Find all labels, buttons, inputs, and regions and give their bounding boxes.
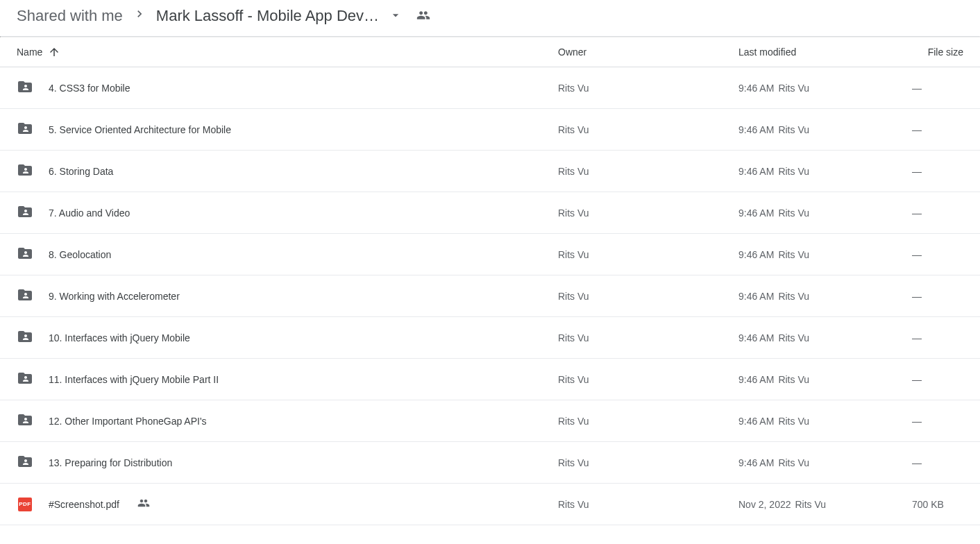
modified-by: Rits Vu xyxy=(778,83,809,94)
name-cell: 11. Interfaces with jQuery Mobile Part I… xyxy=(17,370,558,389)
sort-ascending-icon xyxy=(48,46,60,58)
modified-time: 9:46 AM xyxy=(738,332,774,343)
size-cell: — xyxy=(912,291,963,302)
owner-cell: Rits Vu xyxy=(558,249,738,260)
breadcrumb-root[interactable]: Shared with me xyxy=(17,7,123,25)
file-row[interactable]: 5. Service Oriented Architecture for Mob… xyxy=(0,109,980,151)
modified-cell: 9:46 AMRits Vu xyxy=(738,332,912,343)
name-cell: 9. Working with Accelerometer xyxy=(17,287,558,305)
modified-by: Rits Vu xyxy=(778,416,809,427)
modified-time: 9:46 AM xyxy=(738,124,774,135)
name-cell: 13. Preparing for Distribution xyxy=(17,453,558,472)
modified-time: 9:46 AM xyxy=(738,249,774,260)
file-name: 10. Interfaces with jQuery Mobile xyxy=(49,332,190,343)
file-row[interactable]: 7. Audio and VideoRits Vu9:46 AMRits Vu— xyxy=(0,192,980,234)
owner-cell: Rits Vu xyxy=(558,83,738,94)
modified-cell: 9:46 AMRits Vu xyxy=(738,207,912,219)
shared-folder-icon xyxy=(17,411,33,430)
column-header-modified[interactable]: Last modified xyxy=(738,46,912,58)
modified-time: 9:46 AM xyxy=(738,374,774,385)
name-cell: 6. Storing Data xyxy=(17,162,558,180)
column-header-name-label: Name xyxy=(17,46,42,58)
owner-cell: Rits Vu xyxy=(558,416,738,427)
file-name: 7. Audio and Video xyxy=(49,207,130,219)
size-cell: — xyxy=(912,207,963,219)
file-name: 9. Working with Accelerometer xyxy=(49,291,180,302)
size-cell: — xyxy=(912,249,963,260)
modified-cell: 9:46 AMRits Vu xyxy=(738,457,912,468)
modified-time: 9:46 AM xyxy=(738,166,774,177)
modified-by: Rits Vu xyxy=(795,499,827,510)
shared-folder-icon xyxy=(17,120,33,139)
size-cell: — xyxy=(912,166,963,177)
column-header-size[interactable]: File size xyxy=(912,46,963,58)
file-name: 4. CSS3 for Mobile xyxy=(49,83,130,94)
file-row[interactable]: 13. Preparing for DistributionRits Vu9:4… xyxy=(0,442,980,484)
size-cell: — xyxy=(912,374,963,385)
owner-cell: Rits Vu xyxy=(558,207,738,219)
name-cell: 8. Geolocation xyxy=(17,245,558,264)
size-cell: — xyxy=(912,457,963,468)
owner-cell: Rits Vu xyxy=(558,374,738,385)
file-row[interactable]: 12. Other Important PhoneGap API'sRits V… xyxy=(0,400,980,442)
owner-cell: Rits Vu xyxy=(558,166,738,177)
shared-folder-icon xyxy=(17,162,33,180)
file-name: 5. Service Oriented Architecture for Mob… xyxy=(49,124,231,135)
size-cell: — xyxy=(912,83,963,94)
modified-cell: 9:46 AMRits Vu xyxy=(738,124,912,135)
owner-cell: Rits Vu xyxy=(558,499,738,510)
modified-cell: 9:46 AMRits Vu xyxy=(738,291,912,302)
file-name: 8. Geolocation xyxy=(49,249,111,260)
modified-by: Rits Vu xyxy=(778,249,809,260)
chevron-right-icon xyxy=(128,7,151,25)
shared-folder-icon xyxy=(17,328,33,347)
file-name: 11. Interfaces with jQuery Mobile Part I… xyxy=(49,374,219,385)
size-cell: — xyxy=(912,124,963,135)
file-row[interactable]: 4. CSS3 for MobileRits Vu9:46 AMRits Vu— xyxy=(0,67,980,109)
shared-folder-icon xyxy=(17,78,33,97)
column-header-owner[interactable]: Owner xyxy=(558,46,738,58)
name-cell: 10. Interfaces with jQuery Mobile xyxy=(17,328,558,347)
name-cell: PDF#Screenshot.pdf xyxy=(17,497,558,511)
modified-cell: 9:46 AMRits Vu xyxy=(738,83,912,94)
column-header-name[interactable]: Name xyxy=(17,46,558,58)
modified-cell: 9:46 AMRits Vu xyxy=(738,249,912,260)
owner-cell: Rits Vu xyxy=(558,332,738,343)
modified-by: Rits Vu xyxy=(778,332,809,343)
file-name: #Screenshot.pdf xyxy=(49,499,119,510)
file-name: 6. Storing Data xyxy=(49,166,113,177)
modified-cell: 9:46 AMRits Vu xyxy=(738,166,912,177)
size-cell: 700 KB xyxy=(912,499,963,510)
shared-folder-icon xyxy=(17,453,33,472)
size-cell: — xyxy=(912,332,963,343)
name-cell: 12. Other Important PhoneGap API's xyxy=(17,411,558,430)
file-row[interactable]: 10. Interfaces with jQuery MobileRits Vu… xyxy=(0,317,980,359)
modified-cell: Nov 2, 2022Rits Vu xyxy=(738,499,912,510)
shared-folder-icon xyxy=(17,370,33,389)
caret-down-icon[interactable] xyxy=(389,8,403,24)
modified-by: Rits Vu xyxy=(778,166,809,177)
file-row[interactable]: 6. Storing DataRits Vu9:46 AMRits Vu— xyxy=(0,151,980,192)
name-cell: 7. Audio and Video xyxy=(17,203,558,222)
modified-time: 9:46 AM xyxy=(738,207,774,219)
modified-time: Nov 2, 2022 xyxy=(738,499,791,510)
modified-cell: 9:46 AMRits Vu xyxy=(738,416,912,427)
pdf-icon: PDF xyxy=(18,498,32,511)
file-row[interactable]: 9. Working with AccelerometerRits Vu9:46… xyxy=(0,275,980,317)
file-row[interactable]: PDF#Screenshot.pdfRits VuNov 2, 2022Rits… xyxy=(0,484,980,525)
modified-time: 9:46 AM xyxy=(738,291,774,302)
breadcrumb: Shared with me Mark Lassoff - Mobile App… xyxy=(0,0,980,36)
file-name: 12. Other Important PhoneGap API's xyxy=(49,416,207,427)
modified-time: 9:46 AM xyxy=(738,83,774,94)
owner-cell: Rits Vu xyxy=(558,457,738,468)
modified-by: Rits Vu xyxy=(778,124,809,135)
name-cell: 4. CSS3 for Mobile xyxy=(17,78,558,97)
people-icon[interactable] xyxy=(416,8,430,24)
owner-cell: Rits Vu xyxy=(558,291,738,302)
modified-cell: 9:46 AMRits Vu xyxy=(738,374,912,385)
size-cell: — xyxy=(912,416,963,427)
file-row[interactable]: 11. Interfaces with jQuery Mobile Part I… xyxy=(0,359,980,400)
file-row[interactable]: 8. GeolocationRits Vu9:46 AMRits Vu— xyxy=(0,234,980,275)
breadcrumb-current-folder[interactable]: Mark Lassoff - Mobile App Dev… xyxy=(156,7,379,25)
file-name: 13. Preparing for Distribution xyxy=(49,457,172,468)
